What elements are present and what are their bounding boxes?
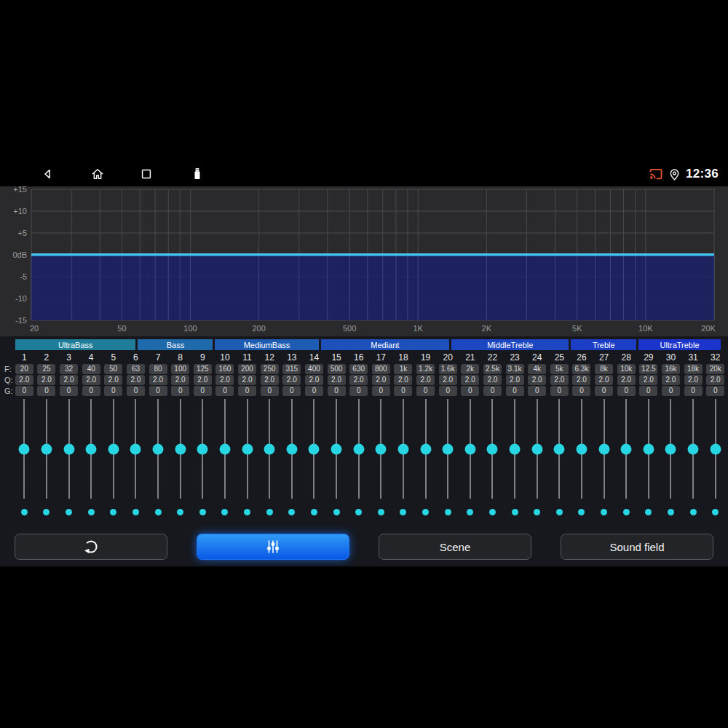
g-value-chip[interactable]: 0 (261, 386, 279, 396)
q-value-chip[interactable]: 2.0 (238, 375, 256, 385)
gain-slider-24[interactable] (526, 399, 548, 499)
f-value-chip[interactable]: 500 (328, 364, 346, 374)
band-segment-middletreble[interactable]: MiddleTreble (451, 339, 569, 350)
q-value-chip[interactable]: 2.0 (215, 375, 234, 385)
q-value-chip[interactable]: 2.0 (684, 375, 703, 385)
reset-button[interactable] (15, 534, 167, 560)
q-value-chip[interactable]: 2.0 (461, 375, 479, 385)
q-value-chip[interactable]: 2.0 (483, 375, 502, 385)
g-value-chip[interactable]: 0 (483, 386, 502, 396)
g-value-chip[interactable]: 0 (662, 386, 680, 396)
f-value-chip[interactable]: 160 (215, 364, 234, 374)
g-value-chip[interactable]: 0 (60, 386, 78, 396)
band-dot[interactable] (601, 509, 607, 515)
g-value-chip[interactable]: 0 (684, 386, 703, 396)
gain-slider-32[interactable] (704, 399, 727, 499)
band-segment-ultratreble[interactable]: UltraTreble (638, 339, 721, 350)
f-value-chip[interactable]: 10k (617, 364, 636, 374)
q-value-chip[interactable]: 2.0 (662, 375, 680, 385)
g-value-chip[interactable]: 0 (104, 386, 122, 396)
band-dot[interactable] (400, 509, 406, 515)
home-icon[interactable] (90, 167, 105, 181)
gain-slider-9[interactable] (191, 399, 214, 499)
f-value-chip[interactable]: 400 (305, 364, 323, 374)
f-value-chip[interactable]: 125 (194, 364, 212, 374)
band-dot[interactable] (110, 509, 116, 515)
slider-knob[interactable] (309, 443, 320, 454)
g-value-chip[interactable]: 0 (37, 386, 55, 396)
f-value-chip[interactable]: 2.5k (483, 364, 502, 374)
g-value-chip[interactable]: 0 (282, 386, 301, 396)
f-value-chip[interactable]: 100 (171, 364, 189, 374)
g-value-chip[interactable]: 0 (328, 386, 346, 396)
gain-slider-14[interactable] (303, 399, 325, 499)
gain-slider-3[interactable] (58, 399, 80, 499)
band-dot[interactable] (244, 509, 250, 515)
slider-knob[interactable] (41, 443, 52, 454)
band-dot[interactable] (512, 509, 518, 515)
f-value-chip[interactable]: 20k (706, 364, 724, 374)
q-value-chip[interactable]: 2.0 (595, 375, 613, 385)
gain-slider-29[interactable] (638, 399, 660, 499)
slider-knob[interactable] (19, 443, 30, 454)
f-value-chip[interactable]: 1.2k (416, 364, 435, 374)
g-value-chip[interactable]: 0 (127, 386, 145, 396)
q-value-chip[interactable]: 2.0 (60, 375, 78, 385)
g-value-chip[interactable]: 0 (528, 386, 546, 396)
slider-knob[interactable] (175, 443, 186, 454)
g-value-chip[interactable]: 0 (617, 386, 636, 396)
q-value-chip[interactable]: 2.0 (82, 375, 100, 385)
g-value-chip[interactable]: 0 (394, 386, 412, 396)
gain-slider-31[interactable] (682, 399, 705, 499)
gain-slider-27[interactable] (593, 399, 615, 499)
f-value-chip[interactable]: 80 (149, 364, 167, 374)
band-dot[interactable] (355, 509, 362, 515)
slider-knob[interactable] (376, 443, 387, 454)
g-value-chip[interactable]: 0 (372, 386, 390, 396)
scene-button[interactable]: Scene (379, 534, 531, 560)
f-value-chip[interactable]: 630 (349, 364, 368, 374)
band-dot[interactable] (43, 509, 50, 515)
band-dot[interactable] (288, 509, 295, 515)
band-dot[interactable] (690, 509, 697, 515)
g-value-chip[interactable]: 0 (171, 386, 189, 396)
band-dot[interactable] (132, 509, 139, 515)
q-value-chip[interactable]: 2.0 (127, 375, 145, 385)
f-value-chip[interactable]: 20 (15, 364, 33, 374)
gain-slider-10[interactable] (214, 399, 237, 499)
gain-slider-28[interactable] (615, 399, 638, 499)
g-value-chip[interactable]: 0 (305, 386, 323, 396)
back-icon[interactable] (41, 167, 55, 181)
gain-slider-5[interactable] (103, 399, 125, 499)
band-segment-mediumbass[interactable]: MediumBass (215, 339, 318, 350)
gain-slider-6[interactable] (124, 399, 147, 499)
g-value-chip[interactable]: 0 (215, 386, 234, 396)
band-dot[interactable] (645, 509, 652, 515)
g-value-chip[interactable]: 0 (416, 386, 435, 396)
q-value-chip[interactable]: 2.0 (15, 375, 33, 385)
gain-slider-4[interactable] (80, 399, 103, 499)
q-value-chip[interactable]: 2.0 (439, 375, 457, 385)
g-value-chip[interactable]: 0 (706, 386, 724, 396)
band-dot[interactable] (221, 509, 228, 515)
f-value-chip[interactable]: 315 (282, 364, 301, 374)
f-value-chip[interactable]: 6.3k (572, 364, 590, 374)
band-segment-bass[interactable]: Bass (138, 339, 213, 350)
gain-slider-20[interactable] (437, 399, 459, 499)
slider-knob[interactable] (665, 443, 676, 454)
gain-slider-7[interactable] (147, 399, 170, 499)
slider-knob[interactable] (264, 443, 275, 454)
gain-slider-11[interactable] (236, 399, 258, 499)
g-value-chip[interactable]: 0 (506, 386, 524, 396)
g-value-chip[interactable]: 0 (439, 386, 457, 396)
gain-slider-2[interactable] (36, 399, 58, 499)
band-dot[interactable] (266, 509, 273, 515)
q-value-chip[interactable]: 2.0 (149, 375, 167, 385)
f-value-chip[interactable]: 8k (595, 364, 613, 374)
gain-slider-12[interactable] (258, 399, 281, 499)
band-dot[interactable] (556, 509, 563, 515)
g-value-chip[interactable]: 0 (550, 386, 569, 396)
equalizer-button[interactable] (197, 534, 349, 560)
f-value-chip[interactable]: 4k (528, 364, 546, 374)
gain-slider-15[interactable] (325, 399, 348, 499)
